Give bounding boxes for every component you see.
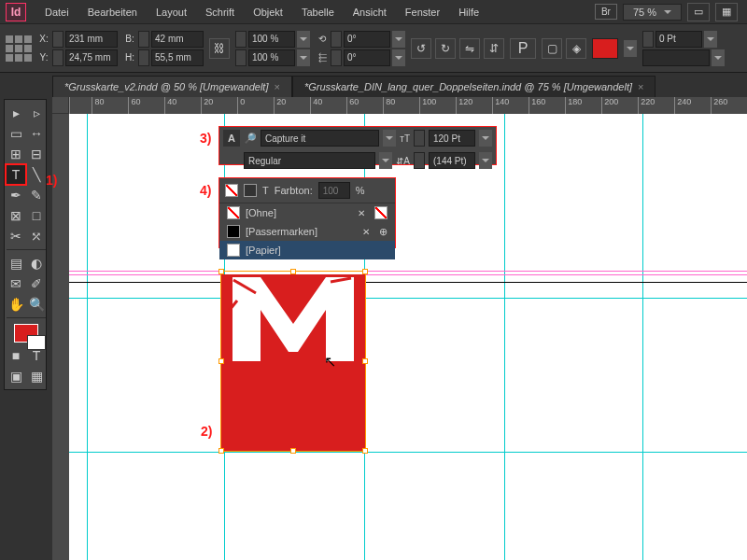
resize-handle[interactable] bbox=[290, 269, 296, 274]
menu-hilfe[interactable]: Hilfe bbox=[449, 3, 488, 21]
apply-color-icon[interactable]: ■ bbox=[7, 346, 25, 365]
resize-handle[interactable] bbox=[362, 358, 368, 364]
select-container-icon[interactable]: ▢ bbox=[542, 38, 562, 59]
hand-tool-icon[interactable]: ✋ bbox=[7, 295, 25, 314]
fill-swatch[interactable] bbox=[592, 38, 618, 59]
leading-dd[interactable] bbox=[479, 152, 492, 169]
reference-point-grid[interactable] bbox=[6, 35, 32, 62]
type-tool-icon[interactable]: T bbox=[7, 165, 25, 184]
menu-fenster[interactable]: Fenster bbox=[396, 3, 449, 21]
preview-mode-icon[interactable]: ▦ bbox=[27, 367, 46, 385]
gradient-swatch-tool-icon[interactable]: ▤ bbox=[7, 254, 25, 273]
y-stepper[interactable] bbox=[52, 49, 63, 66]
fill-dd[interactable] bbox=[624, 40, 637, 57]
rectangle-frame-tool-icon[interactable]: ⊠ bbox=[7, 206, 25, 225]
tint-field[interactable]: 100 bbox=[318, 182, 350, 199]
font-size-field[interactable]: 120 Pt bbox=[429, 130, 475, 147]
stroke-style-field[interactable] bbox=[642, 49, 710, 66]
eyedropper-tool-icon[interactable]: ✐ bbox=[27, 274, 46, 293]
font-style-field[interactable]: Regular bbox=[244, 152, 375, 169]
swatch-row-registration[interactable]: [Passermarken] ✕ ⊕ bbox=[219, 222, 395, 241]
leading-stepper[interactable] bbox=[414, 152, 425, 169]
link-icon[interactable]: ⛓ bbox=[209, 38, 230, 59]
swatch-row-paper[interactable]: [Papier] bbox=[219, 241, 395, 259]
swatch-row-none[interactable]: [Ohne] ✕ bbox=[219, 203, 395, 222]
resize-handle[interactable] bbox=[362, 269, 368, 274]
flip-v-icon[interactable]: ⇵ bbox=[484, 38, 504, 59]
size-dd[interactable] bbox=[479, 130, 492, 147]
font-family-field[interactable]: Capture it bbox=[261, 130, 379, 147]
gap-tool-icon[interactable]: ↔ bbox=[27, 124, 46, 143]
pencil-tool-icon[interactable]: ✎ bbox=[27, 186, 46, 204]
menu-ansicht[interactable]: Ansicht bbox=[344, 3, 396, 21]
swatches-panel[interactable]: T Farbton: 100 % [Ohne] ✕ [Passermarken]… bbox=[218, 177, 396, 248]
rotate-field[interactable]: 0° bbox=[344, 31, 390, 48]
strokestyle-dd[interactable] bbox=[712, 49, 725, 66]
rotate-cw-icon[interactable]: ↻ bbox=[435, 38, 456, 59]
resize-handle[interactable] bbox=[290, 448, 296, 454]
menu-tabelle[interactable]: Tabelle bbox=[292, 3, 344, 21]
menu-datei[interactable]: Datei bbox=[35, 3, 78, 21]
guide[interactable] bbox=[69, 298, 747, 299]
shear-stepper[interactable] bbox=[331, 49, 342, 66]
style-dd[interactable] bbox=[379, 152, 392, 169]
stroke-stepper[interactable] bbox=[642, 31, 654, 48]
rot-stepper[interactable] bbox=[331, 31, 342, 48]
shear-dd[interactable] bbox=[392, 49, 405, 66]
resize-handle[interactable] bbox=[362, 448, 368, 454]
doc-tab-2[interactable]: *Grusskarte_DIN_lang_quer_Doppelseiten.i… bbox=[292, 76, 656, 97]
sy-stepper[interactable] bbox=[235, 49, 247, 66]
page-tool-icon[interactable]: ▭ bbox=[7, 124, 25, 143]
select-content-icon[interactable]: ◈ bbox=[566, 38, 586, 59]
guide[interactable] bbox=[69, 452, 747, 453]
document-canvas[interactable] bbox=[69, 114, 747, 560]
zoom-combo[interactable]: 75 % bbox=[623, 4, 682, 21]
shear-field[interactable]: 0° bbox=[344, 49, 390, 66]
flip-h-icon[interactable]: ⇋ bbox=[459, 38, 480, 59]
guide[interactable] bbox=[642, 114, 643, 560]
font-dd[interactable] bbox=[383, 130, 396, 147]
sy-dd[interactable] bbox=[297, 49, 310, 66]
fill-proxy-icon[interactable] bbox=[225, 184, 238, 197]
gradient-feather-tool-icon[interactable]: ◐ bbox=[27, 254, 46, 273]
w-field[interactable]: 42 mm bbox=[151, 31, 204, 48]
sx-stepper[interactable] bbox=[235, 31, 247, 48]
paragraph-icon[interactable]: P bbox=[510, 38, 536, 59]
doc-tab-1[interactable]: *Grusskarte_v2.indd @ 50 % [Umgewandelt]… bbox=[52, 76, 292, 97]
direct-selection-tool-icon[interactable]: ▹ bbox=[27, 104, 46, 122]
line-tool-icon[interactable]: ╲ bbox=[27, 165, 46, 184]
content-collector-icon[interactable]: ⊞ bbox=[7, 145, 25, 163]
resize-handle[interactable] bbox=[218, 448, 224, 454]
leading-field[interactable]: (144 Pt) bbox=[429, 152, 475, 169]
stroke-dd[interactable] bbox=[704, 31, 717, 48]
resize-handle[interactable] bbox=[218, 269, 224, 274]
sx-dd[interactable] bbox=[297, 31, 310, 48]
scale-x-field[interactable]: 100 % bbox=[248, 31, 295, 48]
menu-bearbeiten[interactable]: Bearbeiten bbox=[78, 3, 147, 21]
h-field[interactable]: 55,5 mm bbox=[151, 49, 204, 66]
menu-schrift[interactable]: Schrift bbox=[196, 3, 244, 21]
resize-handle[interactable] bbox=[218, 358, 224, 364]
horizontal-ruler[interactable]: 8060402002040608010012014016018020022024… bbox=[69, 97, 747, 114]
rectangle-tool-icon[interactable]: □ bbox=[27, 206, 46, 225]
bridge-button[interactable]: Br bbox=[595, 4, 617, 20]
scale-y-field[interactable]: 100 % bbox=[248, 49, 295, 66]
stroke-color-icon[interactable] bbox=[27, 335, 46, 350]
size-stepper[interactable] bbox=[414, 130, 425, 147]
stroke-proxy-icon[interactable] bbox=[244, 184, 257, 197]
note-tool-icon[interactable]: ✉ bbox=[7, 274, 25, 293]
character-panel[interactable]: A 🔎 Capture it тT 120 Pt Regular ⇵A (144… bbox=[218, 126, 497, 165]
content-placer-icon[interactable]: ⊟ bbox=[27, 145, 46, 163]
y-field[interactable]: 24,75 mm bbox=[65, 49, 118, 66]
guide[interactable] bbox=[504, 114, 505, 560]
view-mode-icon[interactable]: ▣ bbox=[7, 367, 25, 385]
scissors-tool-icon[interactable]: ✂ bbox=[7, 227, 25, 245]
pen-tool-icon[interactable]: ✒ bbox=[7, 186, 25, 204]
w-stepper[interactable] bbox=[138, 31, 149, 48]
rot-dd[interactable] bbox=[392, 31, 405, 48]
selection-tool-icon[interactable]: ▸ bbox=[7, 104, 25, 122]
x-field[interactable]: 231 mm bbox=[65, 31, 118, 48]
screen-mode-icon[interactable]: ▭ bbox=[687, 3, 710, 21]
x-stepper[interactable] bbox=[52, 31, 63, 48]
zoom-tool-icon[interactable]: 🔍 bbox=[27, 295, 46, 314]
